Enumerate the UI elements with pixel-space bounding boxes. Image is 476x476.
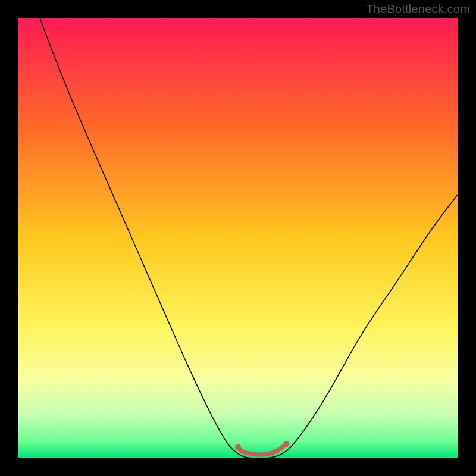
valley-marker-dot-0 <box>235 444 241 450</box>
valley-marker-dot-1 <box>283 441 289 447</box>
watermark-text: TheBottleneck.com <box>366 2 470 16</box>
chart-svg <box>18 18 458 458</box>
chart-frame: TheBottleneck.com <box>0 0 476 476</box>
gradient-background <box>18 18 458 458</box>
plot-area <box>18 18 458 458</box>
